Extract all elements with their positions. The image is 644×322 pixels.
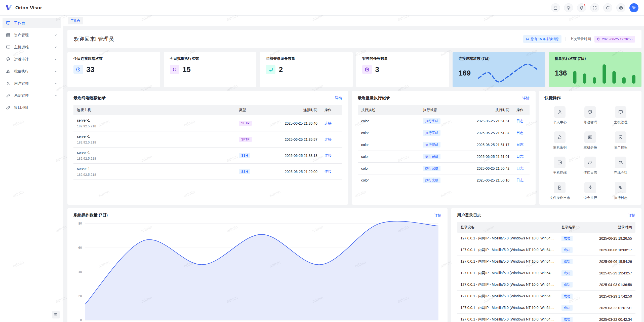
connect-link[interactable]: 连接 <box>325 137 332 141</box>
log-link[interactable]: 日志 <box>516 142 524 147</box>
quick-actions-card: 快捷操作 个人中心 修改密码 主机管理 <box>539 91 641 205</box>
sidebar-item-assets[interactable]: 资产管理 <box>3 30 61 40</box>
quick-action-execution-logs[interactable]: 执行日志 <box>606 182 636 200</box>
stat-label: 今日批量执行次数 <box>170 56 251 61</box>
exec-status-tag: 执行完成 <box>423 166 440 171</box>
breadcrumb: 工作台 <box>63 16 644 26</box>
login-log-card: 用户登录日志 详情 登录设备 登录结果 登录时间 <box>451 208 641 322</box>
login-detail-link[interactable]: 详情 <box>628 213 635 218</box>
quick-action-asset-authorization[interactable]: 资产授权 <box>606 131 636 150</box>
terminal-row: server-1182.92.5.218 SFTP 2025-06-25 21:… <box>73 115 342 131</box>
login-device: 127.0.0.1 - 内网IP - Mozilla/5.0 (Windows … <box>457 233 558 244</box>
refresh-button[interactable] <box>603 3 612 12</box>
chart-detail-link[interactable]: 详情 <box>434 213 441 218</box>
breadcrumb-item-workbench[interactable]: 工作台 <box>68 17 83 24</box>
batch-detail-link[interactable]: 详情 <box>522 96 530 100</box>
welcome-meta: 您有 15 条未读消息 上次登录时间 2025-06-25 19:26:55 <box>523 35 635 43</box>
quick-action-label: 文件操作日志 <box>550 196 570 200</box>
login-result-tag: 成功 <box>561 247 573 253</box>
theme-button[interactable] <box>564 3 573 12</box>
log-link[interactable]: 日志 <box>516 178 524 182</box>
sidebar-item-host-ops[interactable]: 主机运维 <box>3 42 61 52</box>
quick-action-host-keys[interactable]: 主机密钥 <box>545 131 575 150</box>
connect-link[interactable]: 连接 <box>325 121 332 125</box>
shield-check-icon <box>6 57 11 62</box>
log-link[interactable]: 日志 <box>516 119 524 123</box>
log-link[interactable]: 日志 <box>516 166 524 170</box>
svg-text:80: 80 <box>78 222 82 225</box>
stat-value: 33 <box>86 65 94 74</box>
gear-icon <box>619 6 623 10</box>
sidebar-collapse-button[interactable] <box>52 311 60 318</box>
login-time: 2025-06-06 15:54:26 <box>585 256 635 267</box>
user-icon <box>6 81 11 86</box>
quick-action-host-management[interactable]: 主机管理 <box>606 106 636 125</box>
stat-label: 连接终端次数 (7日) <box>459 56 539 61</box>
col-type: 类型 <box>235 105 263 115</box>
quick-action-host-terminal[interactable]: 主机终端 <box>545 157 575 175</box>
quick-action-personal-center[interactable]: 个人中心 <box>545 106 575 125</box>
unread-messages-badge[interactable]: 您有 15 条未读消息 <box>523 35 562 43</box>
fullscreen-button[interactable] <box>590 3 599 12</box>
connect-link[interactable]: 连接 <box>325 169 332 173</box>
code-button[interactable] <box>551 3 560 12</box>
exec-status-tag: 执行完成 <box>423 118 440 124</box>
quick-actions-grid: 个人中心 修改密码 主机管理 主机密钥 <box>545 106 636 200</box>
app-header: Orion Visor 管 <box>0 0 644 16</box>
sidebar-item-project-url[interactable]: 项目地址 <box>3 102 61 113</box>
sidebar-item-audit[interactable]: 运维审计 <box>3 54 61 64</box>
stat-value: 3 <box>375 65 379 74</box>
sidebar-item-label: 资产管理 <box>14 33 29 38</box>
stat-value: 136 <box>555 69 567 77</box>
middle-row: 最近终端连接记录 详情 连接主机 类型 连接时间 操作 <box>67 91 641 205</box>
user-avatar[interactable]: 管 <box>629 3 638 12</box>
terminal-row: server-1182.92.5.218 SSH 2025-06-25 21:2… <box>73 164 342 180</box>
quick-action-host-identity[interactable]: 主机身份 <box>575 131 606 150</box>
quick-action-label: 在线会话 <box>614 170 627 175</box>
quick-action-label: 修改密码 <box>583 120 597 125</box>
login-result-tag: 成功 <box>561 236 573 241</box>
stat-label: 当前登录设备数量 <box>266 56 347 61</box>
settings-button[interactable] <box>616 3 625 12</box>
table-header-row: 连接主机 类型 连接时间 操作 <box>73 105 342 115</box>
exec-status-tag: 执行完成 <box>423 154 440 159</box>
table-header-row: 执行描述 执行状态 执行时间 操作 <box>358 105 530 115</box>
svg-text:60: 60 <box>78 246 82 249</box>
terminal-detail-link[interactable]: 详情 <box>335 96 342 100</box>
system-operations-chart: 0204060802025-06-192025-06-202025-06-212… <box>73 220 441 322</box>
app-logo[interactable]: Orion Visor <box>0 4 42 12</box>
exec-desc: color <box>358 174 419 186</box>
quick-action-online-sessions[interactable]: 在线会话 <box>606 157 636 175</box>
quick-action-label: 主机终端 <box>553 170 567 175</box>
chevron-down-icon <box>54 46 57 49</box>
quick-action-label: 主机管理 <box>614 120 627 125</box>
welcome-title: 欢迎回来! 管理员 <box>74 35 114 43</box>
stat-value: 15 <box>183 65 191 74</box>
connect-link[interactable]: 连接 <box>325 153 332 157</box>
batch-executions-card: 最近批量执行记录 详情 执行描述 执行状态 执行时间 操作 <box>352 91 536 205</box>
login-device: 127.0.0.1 - 内网IP - Mozilla/5.0 (Windows … <box>457 302 558 314</box>
batch-executions-table: 执行描述 执行状态 执行时间 操作 color 执行完成 2025-0 <box>358 105 530 186</box>
login-row: 127.0.0.1 - 内网IP - Mozilla/5.0 (Windows … <box>457 279 635 291</box>
chevron-down-icon <box>54 82 57 85</box>
notifications-button[interactable] <box>577 3 586 12</box>
sidebar-item-label: 运维审计 <box>14 57 29 62</box>
col-host: 连接主机 <box>73 105 235 115</box>
terminal-connections-sparkline <box>477 62 539 84</box>
exec-status-tag: 执行完成 <box>423 142 440 148</box>
sidebar-item-workbench[interactable]: 工作台 <box>3 18 61 28</box>
sidebar-item-system[interactable]: 系统管理 <box>3 90 61 101</box>
chevron-down-icon <box>54 94 57 97</box>
fullscreen-icon <box>592 6 597 10</box>
log-link[interactable]: 日志 <box>516 131 524 135</box>
terminal-row: server-1182.92.5.218 SFTP 2025-06-25 21:… <box>73 131 342 148</box>
quick-action-change-password[interactable]: 修改密码 <box>575 106 606 125</box>
quick-action-command-execution[interactable]: 命令执行 <box>575 182 606 200</box>
quick-action-connection-logs[interactable]: 连接日志 <box>575 157 606 175</box>
protocol-tag: SFTP <box>239 137 252 142</box>
quick-action-file-operation-logs[interactable]: 文件操作日志 <box>545 182 575 200</box>
log-link[interactable]: 日志 <box>516 154 524 158</box>
sidebar-item-users[interactable]: 用户管理 <box>3 78 61 89</box>
login-time: 2025-03-22 01:01:31 <box>585 302 635 314</box>
sidebar-item-batch-exec[interactable]: 批量执行 <box>3 66 61 77</box>
